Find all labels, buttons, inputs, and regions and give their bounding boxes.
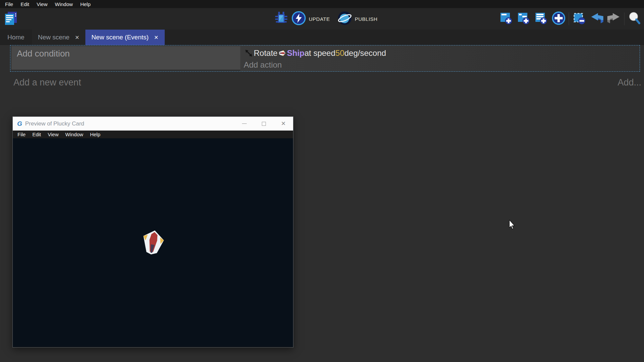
update-lightning-icon xyxy=(291,11,306,27)
redo-icon xyxy=(607,11,621,26)
undo-icon xyxy=(590,11,604,26)
choose-add-event-button[interactable] xyxy=(551,11,566,27)
add-button[interactable]: Add... xyxy=(617,77,641,88)
add-condition-placeholder[interactable]: Add condition xyxy=(17,48,240,59)
close-icon: ✕ xyxy=(281,120,286,127)
ship-sprite xyxy=(139,228,167,257)
close-icon[interactable]: ✕ xyxy=(154,34,158,41)
preview-menu-edit[interactable]: Edit xyxy=(29,132,44,137)
toolbar-separator xyxy=(624,12,625,25)
add-new-event-button[interactable]: Add a new event xyxy=(13,77,81,88)
add-event-row: Add a new event Add... xyxy=(13,77,641,88)
preview-window-title: Preview of Plucky Card xyxy=(25,120,235,127)
minimize-button[interactable] xyxy=(235,117,254,131)
add-event-button[interactable] xyxy=(499,11,514,27)
toolbar-separator xyxy=(569,12,569,25)
preview-menu-file[interactable]: File xyxy=(14,132,29,137)
update-label[interactable]: UPDATE xyxy=(309,16,330,22)
search-events-button[interactable] xyxy=(627,11,642,27)
tab-label: New scene xyxy=(38,34,70,41)
gdevelop-logo-icon: G xyxy=(17,120,22,128)
add-action-placeholder[interactable]: Add action xyxy=(244,60,640,70)
publish-planet-icon xyxy=(337,11,352,27)
tab-new-scene[interactable]: New scene ✕ xyxy=(32,30,85,45)
preview-menubar: File Edit View Window Help xyxy=(13,131,293,138)
add-subevent-icon xyxy=(517,11,530,26)
add-event-icon xyxy=(499,11,513,26)
ship-object-icon xyxy=(279,49,286,57)
project-manager-button[interactable] xyxy=(3,11,18,27)
maximize-button[interactable] xyxy=(254,117,274,131)
delete-selection-icon xyxy=(572,11,586,26)
action-verb: Rotate xyxy=(254,48,278,58)
add-subevent-button[interactable] xyxy=(516,11,531,27)
close-window-button[interactable]: ✕ xyxy=(274,117,293,131)
rotate-action-icon xyxy=(245,49,253,57)
add-circle-icon xyxy=(552,11,566,27)
tab-home[interactable]: Home xyxy=(0,30,32,45)
action-object-name[interactable]: Ship xyxy=(287,48,305,58)
event-actions-column[interactable]: Rotate Ship at speed 50 xyxy=(240,45,640,71)
redo-button[interactable] xyxy=(607,11,621,27)
menu-file[interactable]: File xyxy=(1,1,17,7)
close-icon[interactable]: ✕ xyxy=(75,34,79,41)
tab-label: New scene (Events) xyxy=(91,34,149,41)
action-rotate-ship[interactable]: Rotate Ship at speed 50 xyxy=(244,47,640,59)
add-comment-icon xyxy=(534,11,548,26)
main-toolbar: UPDATE PUBLISH xyxy=(0,8,644,30)
preview-window[interactable]: G Preview of Plucky Card ✕ File Edit Vie… xyxy=(12,116,293,348)
delete-selection-button[interactable] xyxy=(572,11,587,27)
event-row[interactable]: Add condition Rotate xyxy=(10,45,640,72)
search-icon xyxy=(628,11,641,27)
preview-titlebar[interactable]: G Preview of Plucky Card ✕ xyxy=(13,117,293,131)
tab-new-scene-events[interactable]: New scene (Events) ✕ xyxy=(85,30,164,45)
action-text: at speed xyxy=(305,48,335,58)
debugger-button[interactable] xyxy=(274,11,289,27)
project-manager-icon xyxy=(3,10,18,28)
undo-button[interactable] xyxy=(589,11,604,27)
events-sheet: Add condition Rotate xyxy=(0,45,644,362)
menu-window[interactable]: Window xyxy=(51,1,76,7)
app-menubar: File Edit View Window Help xyxy=(0,0,644,8)
menu-edit[interactable]: Edit xyxy=(17,1,33,7)
event-conditions-column[interactable]: Add condition xyxy=(11,46,240,70)
publish-button[interactable] xyxy=(337,11,352,27)
add-comment-button[interactable] xyxy=(534,11,549,27)
action-unit: deg/second xyxy=(345,48,386,58)
preview-menu-view[interactable]: View xyxy=(44,132,62,137)
mouse-cursor xyxy=(508,220,516,231)
menu-view[interactable]: View xyxy=(33,1,51,7)
tab-label: Home xyxy=(7,34,25,41)
preview-menu-help[interactable]: Help xyxy=(87,132,104,137)
game-canvas[interactable] xyxy=(13,138,293,347)
update-button[interactable] xyxy=(291,11,306,27)
tab-bar: Home New scene ✕ New scene (Events) ✕ xyxy=(0,30,644,45)
publish-label[interactable]: PUBLISH xyxy=(355,16,378,22)
minimize-icon xyxy=(242,123,247,124)
action-value[interactable]: 50 xyxy=(335,48,345,58)
maximize-icon xyxy=(262,122,266,126)
debugger-bug-icon xyxy=(275,11,288,27)
menu-help[interactable]: Help xyxy=(77,1,94,7)
preview-menu-window[interactable]: Window xyxy=(62,132,86,137)
